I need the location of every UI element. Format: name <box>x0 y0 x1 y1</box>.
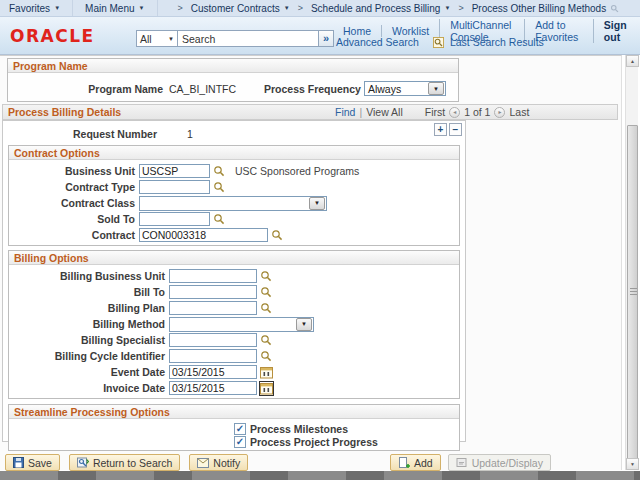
billing-plan-input[interactable] <box>169 301 257 315</box>
notify-button[interactable]: Notify <box>189 454 248 471</box>
chevron-down-icon: ▼ <box>284 5 290 11</box>
process-frequency-value: Always <box>365 83 428 95</box>
request-number-value: 1 <box>187 128 193 140</box>
search-scope-dropdown[interactable]: All ▼ <box>136 30 178 47</box>
add-button[interactable]: Add <box>390 454 441 471</box>
process-project-progress-checkbox[interactable]: ✓ <box>234 436 246 448</box>
chevron-down-icon: ▼ <box>54 5 60 11</box>
oracle-logo: ORACLE <box>10 26 95 46</box>
lookup-icon[interactable] <box>213 213 225 225</box>
update-display-button[interactable]: Update/Display <box>448 454 551 471</box>
chevron-down-icon: ▼ <box>428 82 444 95</box>
contract-class-dropdown[interactable]: ▼ <box>139 196 327 211</box>
process-milestones-checkbox[interactable]: ✓ <box>234 423 246 435</box>
event-date-row: Event Date <box>9 364 459 380</box>
vertical-scrollbar[interactable]: ▲ ▼ <box>625 55 638 470</box>
lookup-icon[interactable] <box>260 302 272 314</box>
process-frequency-dropdown[interactable]: Always ▼ <box>364 81 446 96</box>
crumb-label: Schedule and Process Billing <box>311 3 441 14</box>
contract-type-row: Contract Type <box>9 179 459 195</box>
calendar-icon[interactable] <box>260 382 273 395</box>
breadcrumb-schedule-process-billing[interactable]: Schedule and Process Billing ▼ <box>309 3 452 14</box>
process-billing-details-region: + − Request Number 1 Contract Options Bu… <box>2 120 466 442</box>
request-number-row: Request Number 1 <box>3 121 465 141</box>
lookup-icon[interactable] <box>213 165 225 177</box>
advanced-search-link[interactable]: Advanced Search <box>336 36 419 48</box>
notify-label: Notify <box>213 457 240 469</box>
scroll-up-icon[interactable]: ▲ <box>626 55 639 67</box>
save-button[interactable]: Save <box>5 454 60 471</box>
search-input[interactable] <box>178 30 319 47</box>
streamline-options-groupbox: Streamline Processing Options ✓ Process … <box>8 404 460 451</box>
lookup-icon[interactable] <box>213 181 225 193</box>
billing-plan-row: Billing Plan <box>9 300 459 316</box>
contract-class-row: Contract Class ▼ <box>9 195 459 211</box>
business-unit-label: Business Unit <box>9 165 139 177</box>
view-all-link[interactable]: View All <box>366 106 403 118</box>
contract-options-title: Contract Options <box>9 146 459 160</box>
billing-method-dropdown[interactable]: ▼ <box>169 317 314 332</box>
lookup-icon[interactable] <box>260 350 272 362</box>
chevron-down-icon: ▼ <box>139 5 145 11</box>
lookup-icon[interactable] <box>260 286 272 298</box>
add-icon <box>398 457 410 469</box>
billing-cycle-identifier-input[interactable] <box>169 349 257 363</box>
business-unit-input[interactable] <box>139 164 210 178</box>
chevron-down-icon: ▼ <box>444 5 450 11</box>
sold-to-input[interactable] <box>139 212 210 226</box>
save-label: Save <box>28 457 52 469</box>
last-search-results-icon <box>433 37 444 48</box>
program-name-value: CA_BI_INTFC <box>169 83 264 95</box>
business-unit-row: Business Unit USC Sponsored Programs <box>9 163 459 179</box>
billing-specialist-row: Billing Specialist <box>9 332 459 348</box>
search-go-button[interactable]: » <box>319 30 334 47</box>
previous-row-icon[interactable]: ◄ <box>449 107 460 118</box>
lookup-icon[interactable] <box>260 334 272 346</box>
next-row-icon[interactable]: ► <box>494 107 505 118</box>
process-project-progress-label: Process Project Progress <box>250 436 378 448</box>
lookup-icon[interactable] <box>271 229 283 241</box>
bill-to-input[interactable] <box>169 285 257 299</box>
find-link[interactable]: Find <box>335 106 355 118</box>
breadcrumb-current-page[interactable]: Process Other Billing Methods <box>470 3 622 14</box>
last-link[interactable]: Last <box>509 106 529 118</box>
streamline-options-title: Streamline Processing Options <box>9 405 459 419</box>
billing-options-title: Billing Options <box>9 251 459 265</box>
bottom-taskbar-strip <box>0 471 640 480</box>
program-name-section-title: Program Name <box>8 59 458 73</box>
event-date-input[interactable] <box>169 365 257 379</box>
page-toolbar: Save Return to Search Notify Add Update/… <box>0 454 622 472</box>
favorites-menu[interactable]: Favorites ▼ <box>0 0 73 16</box>
breadcrumb-separator: > <box>172 3 189 13</box>
add-row-icon[interactable]: + <box>434 123 447 136</box>
search-links-row: Advanced Search Last Search Results <box>336 36 544 48</box>
last-search-results-link[interactable]: Last Search Results <box>450 36 544 48</box>
lookup-icon[interactable] <box>260 270 272 282</box>
billing-specialist-input[interactable] <box>169 333 257 347</box>
contract-type-input[interactable] <box>139 180 210 194</box>
invoice-date-row: Invoice Date <box>9 380 459 396</box>
delete-row-icon[interactable]: − <box>449 123 462 136</box>
billing-business-unit-input[interactable] <box>169 269 257 283</box>
contract-class-label: Contract Class <box>9 197 139 209</box>
invoice-date-input[interactable] <box>169 381 257 395</box>
grid-row-buttons: + − <box>434 123 462 136</box>
breadcrumb-customer-contracts[interactable]: Customer Contracts ▼ <box>189 3 292 14</box>
scrollbar-thumb[interactable] <box>627 125 638 459</box>
billing-method-row: Billing Method ▼ <box>9 316 459 332</box>
calendar-icon[interactable] <box>260 366 273 379</box>
update-display-label: Update/Display <box>472 457 543 469</box>
program-name-groupbox: Program Name Program Name CA_BI_INTFC Pr… <box>7 58 459 102</box>
return-to-search-button[interactable]: Return to Search <box>69 454 180 471</box>
contract-input[interactable] <box>139 228 268 242</box>
billing-business-unit-label: Billing Business Unit <box>9 270 169 282</box>
scroll-down-icon[interactable]: ▼ <box>626 458 639 470</box>
contract-type-label: Contract Type <box>9 181 139 193</box>
bill-to-row: Bill To <box>9 284 459 300</box>
main-menu[interactable]: Main Menu ▼ <box>73 0 157 16</box>
update-display-icon <box>456 457 468 468</box>
breadcrumb-separator: > <box>452 3 469 13</box>
first-link[interactable]: First <box>425 106 445 118</box>
billing-cycle-identifier-row: Billing Cycle Identifier <box>9 348 459 364</box>
sign-out-link[interactable]: Sign out <box>593 19 640 43</box>
